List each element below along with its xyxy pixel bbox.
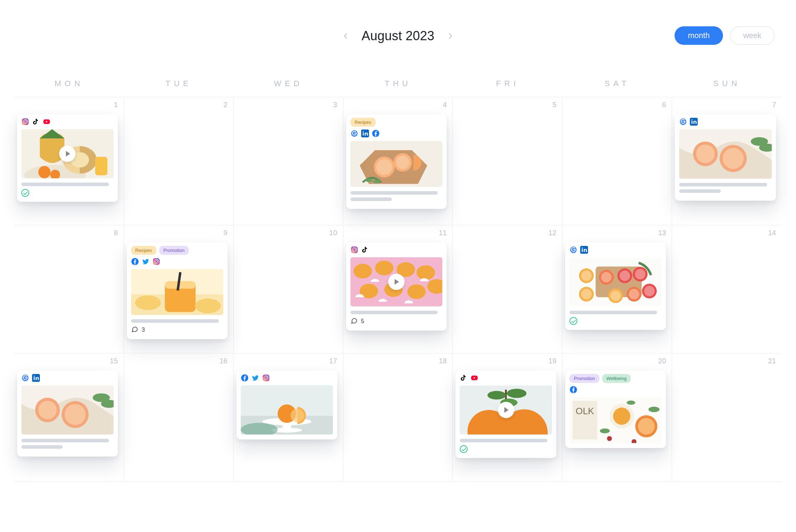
day-cell[interactable]: 13 — [562, 225, 672, 353]
post-card[interactable] — [17, 114, 118, 202]
platform-row — [241, 374, 333, 382]
day-cell[interactable]: 12 — [453, 225, 562, 353]
post-thumbnail[interactable]: OLK — [569, 397, 662, 443]
day-cell[interactable]: 6 — [562, 97, 672, 225]
view-month-button[interactable]: month — [675, 26, 723, 45]
google-icon — [21, 374, 29, 382]
post-thumbnail[interactable] — [569, 257, 662, 306]
facebook-icon — [569, 386, 577, 394]
post-card[interactable]: 5 — [346, 242, 447, 331]
post-thumbnail[interactable] — [21, 129, 114, 178]
svg-point-33 — [723, 148, 744, 169]
play-button[interactable] — [460, 385, 552, 434]
day-cell[interactable]: 18 — [343, 353, 453, 481]
post-thumbnail[interactable] — [131, 269, 223, 315]
svg-point-28 — [692, 119, 693, 120]
day-cell[interactable]: 2 — [124, 97, 234, 225]
post-thumbnail[interactable] — [350, 257, 443, 306]
day-number: 14 — [768, 229, 776, 237]
post-card[interactable]: PromotionWellbeing OLK — [565, 370, 666, 448]
day-number: 3 — [333, 101, 337, 109]
day-cell[interactable]: 9RecipesPromotion 3 — [124, 225, 234, 353]
dow-thu: THU — [343, 72, 453, 97]
post-thumbnail[interactable] — [679, 129, 772, 179]
card-footer — [460, 445, 552, 453]
next-month-button[interactable] — [445, 31, 455, 41]
post-card[interactable] — [17, 370, 118, 457]
day-cell[interactable]: 14 — [672, 225, 782, 353]
day-cell[interactable]: 17 — [234, 353, 343, 481]
linkedin-icon — [580, 246, 588, 254]
post-card[interactable] — [456, 370, 556, 458]
linkedin-icon — [690, 118, 698, 126]
post-card[interactable]: RecipesPromotion 3 — [127, 242, 228, 339]
twitter-icon — [142, 258, 150, 265]
post-card[interactable] — [675, 114, 776, 201]
dow-wed: WED — [234, 72, 343, 97]
instagram-icon — [152, 258, 160, 265]
platform-row — [21, 118, 114, 126]
play-button[interactable] — [350, 257, 443, 306]
view-toggle: month week — [675, 26, 775, 45]
tag-wellbeing: Wellbeing — [602, 374, 631, 383]
facebook-icon — [131, 258, 139, 265]
day-number: 9 — [224, 229, 228, 237]
card-footer — [569, 317, 662, 325]
post-card[interactable]: Recipes — [346, 114, 447, 209]
day-cell[interactable]: 11 5 — [343, 225, 453, 353]
post-thumbnail[interactable] — [350, 141, 443, 187]
dow-fri: FRI — [453, 72, 562, 97]
svg-point-122 — [607, 436, 612, 441]
day-cell[interactable]: 5 — [453, 97, 562, 225]
day-cell[interactable]: 19 — [453, 353, 562, 481]
svg-point-72 — [601, 272, 612, 282]
dow-mon: MON — [14, 72, 124, 97]
day-cell[interactable]: 3 — [234, 97, 343, 225]
day-cell[interactable]: 16 — [124, 353, 234, 481]
caption-placeholder — [350, 191, 443, 201]
day-number: 8 — [114, 229, 118, 237]
tag-row: Recipes — [350, 118, 443, 127]
approved-icon — [569, 317, 577, 325]
svg-point-119 — [613, 407, 630, 425]
calendar-grid: 1 234Recipes 567 89RecipesPromotion — [14, 97, 782, 481]
comment-icon — [131, 326, 138, 334]
tag-promotion: Promotion — [569, 374, 599, 383]
comment-icon — [350, 317, 358, 326]
platform-row — [460, 374, 552, 382]
post-thumbnail[interactable] — [241, 385, 333, 434]
google-icon — [350, 130, 358, 137]
post-card[interactable] — [565, 242, 666, 330]
post-card[interactable] — [236, 370, 337, 439]
svg-point-124 — [600, 428, 610, 433]
caption-placeholder — [350, 311, 443, 314]
prev-month-button[interactable] — [341, 31, 351, 41]
approved-icon — [21, 189, 29, 197]
day-cell[interactable]: 21 — [672, 353, 782, 481]
day-cell[interactable]: 7 — [672, 97, 782, 225]
view-week-button[interactable]: week — [730, 26, 775, 45]
svg-point-74 — [620, 270, 630, 281]
placeholder-line — [569, 311, 657, 314]
post-thumbnail[interactable] — [460, 385, 552, 434]
day-cell[interactable]: 15 — [14, 353, 124, 481]
svg-point-40 — [157, 260, 158, 260]
day-number: 5 — [552, 101, 556, 109]
instagram-icon — [350, 246, 358, 254]
day-number: 21 — [768, 357, 776, 365]
play-button[interactable] — [21, 129, 114, 178]
day-cell[interactable]: 20PromotionWellbeing OLK — [562, 353, 672, 481]
linkedin-icon — [32, 374, 40, 382]
day-cell[interactable]: 8 — [14, 225, 124, 353]
day-cell[interactable]: 10 — [234, 225, 343, 353]
day-cell[interactable]: 4Recipes — [343, 97, 453, 225]
svg-text:OLK: OLK — [576, 406, 594, 416]
svg-point-15 — [363, 131, 364, 132]
day-cell[interactable]: 1 — [14, 97, 124, 225]
post-thumbnail[interactable] — [21, 385, 114, 434]
svg-point-31 — [696, 144, 715, 163]
tiktok-icon — [361, 246, 369, 254]
tag-recipes: Recipes — [350, 118, 376, 127]
svg-rect-44 — [165, 281, 196, 289]
card-footer: 3 — [131, 326, 223, 334]
